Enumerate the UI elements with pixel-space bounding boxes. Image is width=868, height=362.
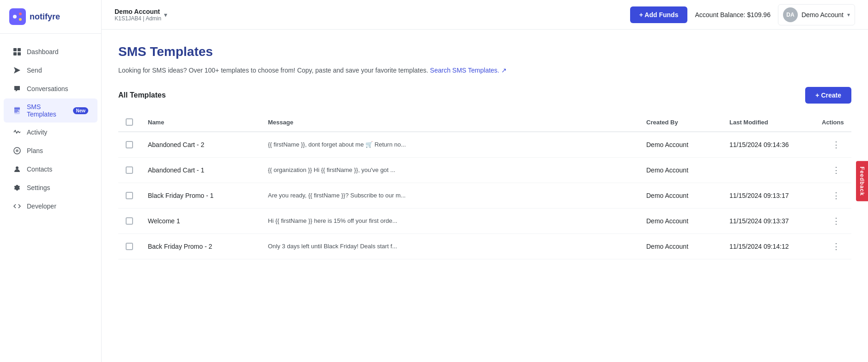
chevron-down-icon: ▾	[847, 12, 850, 18]
sidebar-item-label: Send	[27, 67, 42, 74]
row-actions-button[interactable]: ⋮	[828, 215, 844, 227]
row-name: Abandoned Cart - 1	[140, 158, 261, 183]
svg-rect-6	[13, 52, 17, 55]
header-created-by: Created By	[639, 113, 722, 132]
grid-icon	[13, 48, 21, 56]
chat-icon	[13, 85, 21, 93]
svg-rect-5	[18, 48, 21, 51]
account-switcher[interactable]: Demo Account K1S1JAB4 | Admin ▾	[115, 8, 167, 22]
sidebar-item-sms-templates[interactable]: SMS Templates New	[4, 98, 97, 123]
user-menu-button[interactable]: DA Demo Account ▾	[778, 4, 855, 25]
settings-icon	[13, 184, 21, 192]
row-actions-button[interactable]: ⋮	[828, 139, 844, 151]
header-name: Name	[140, 113, 261, 132]
header-last-modified: Last Modified	[722, 113, 814, 132]
row-last-modified: 11/15/2024 09:14:12	[722, 234, 814, 259]
row-checkbox[interactable]	[126, 166, 133, 174]
page-content: SMS Templates Looking for SMS ideas? Ove…	[102, 30, 868, 362]
templates-table: Name Message Created By Last Modified Ac…	[118, 113, 851, 259]
row-checkbox[interactable]	[126, 243, 133, 250]
row-actions-cell: ⋮	[814, 234, 851, 259]
svg-point-12	[16, 166, 18, 169]
row-checkbox-cell	[118, 209, 140, 234]
svg-point-11	[16, 149, 18, 152]
svg-rect-7	[18, 52, 21, 55]
avatar: DA	[783, 7, 798, 22]
row-created-by: Demo Account	[639, 234, 722, 259]
row-checkbox-cell	[118, 132, 140, 158]
doc-icon	[13, 106, 21, 115]
sidebar-item-activity[interactable]: Activity	[4, 123, 97, 141]
row-created-by: Demo Account	[639, 158, 722, 183]
search-sms-templates-link[interactable]: Search SMS Templates. ↗	[430, 67, 507, 74]
row-created-by: Demo Account	[639, 209, 722, 234]
feedback-tab[interactable]: Feedback	[856, 161, 868, 201]
row-last-modified: 11/15/2024 09:13:37	[722, 209, 814, 234]
activity-icon	[13, 128, 21, 136]
sidebar-item-dashboard[interactable]: Dashboard	[4, 43, 97, 61]
sidebar-item-contacts[interactable]: Contacts	[4, 160, 97, 178]
row-message: Are you ready, {{ firstName }}? Subscrib…	[261, 183, 639, 209]
row-actions-cell: ⋮	[814, 209, 851, 234]
contacts-icon	[13, 165, 21, 173]
account-balance: Account Balance: $109.96	[695, 11, 770, 18]
sidebar: notifyre Dashboard Send Conversations	[0, 0, 102, 362]
table-row: Abandoned Cart - 1 {{ organization }} Hi…	[118, 158, 851, 183]
row-checkbox[interactable]	[126, 192, 133, 199]
header-message: Message	[261, 113, 639, 132]
sidebar-navigation: Dashboard Send Conversations SMS Templat…	[0, 34, 101, 224]
row-actions-button[interactable]: ⋮	[828, 190, 844, 202]
row-message: {{ organization }} Hi {{ firstName }}, y…	[261, 158, 639, 183]
add-funds-button[interactable]: + Add Funds	[630, 6, 688, 23]
row-actions-cell: ⋮	[814, 132, 851, 158]
row-name: Black Friday Promo - 1	[140, 183, 261, 209]
row-checkbox[interactable]	[126, 217, 133, 225]
sidebar-item-send[interactable]: Send	[4, 61, 97, 79]
top-header: Demo Account K1S1JAB4 | Admin ▾ + Add Fu…	[102, 0, 868, 30]
user-name: Demo Account	[801, 11, 844, 18]
sidebar-item-plans[interactable]: Plans	[4, 142, 97, 160]
row-created-by: Demo Account	[639, 183, 722, 209]
logo-text: notifyre	[30, 12, 60, 22]
notifyre-logo	[9, 8, 26, 25]
table-row: Welcome 1 Hi {{ firstName }} here is 15%…	[118, 209, 851, 234]
create-template-button[interactable]: + Create	[805, 87, 851, 104]
svg-rect-0	[9, 8, 26, 25]
row-last-modified: 11/15/2024 09:13:17	[722, 183, 814, 209]
sidebar-item-label: Dashboard	[27, 48, 59, 55]
page-description: Looking for SMS ideas? Over 100+ templat…	[118, 67, 851, 74]
row-last-modified: 11/15/2024 09:14:36	[722, 132, 814, 158]
dev-icon	[13, 202, 21, 210]
sidebar-item-label: Developer	[27, 202, 56, 210]
plans-icon	[13, 147, 21, 155]
page-title: SMS Templates	[118, 44, 851, 59]
row-message: Hi {{ firstName }} here is 15% off your …	[261, 209, 639, 234]
sidebar-item-developer[interactable]: Developer	[4, 197, 97, 215]
table-row: Abandoned Cart - 2 {{ firstName }}, dont…	[118, 132, 851, 158]
table-header: Name Message Created By Last Modified Ac…	[118, 113, 851, 132]
sidebar-item-label: Contacts	[27, 166, 52, 173]
send-icon	[13, 66, 21, 74]
templates-header: All Templates + Create	[118, 87, 851, 104]
row-created-by: Demo Account	[639, 132, 722, 158]
row-actions-cell: ⋮	[814, 158, 851, 183]
all-templates-title: All Templates	[118, 91, 166, 99]
row-actions-cell: ⋮	[814, 183, 851, 209]
table-row: Black Friday Promo - 1 Are you ready, {{…	[118, 183, 851, 209]
row-checkbox-cell	[118, 234, 140, 259]
sidebar-item-conversations[interactable]: Conversations	[4, 80, 97, 98]
row-actions-button[interactable]: ⋮	[828, 164, 844, 176]
table-body: Abandoned Cart - 2 {{ firstName }}, dont…	[118, 132, 851, 259]
row-checkbox-cell	[118, 158, 140, 183]
row-name: Welcome 1	[140, 209, 261, 234]
row-checkbox[interactable]	[126, 141, 133, 148]
header-checkbox-col	[118, 113, 140, 132]
row-actions-button[interactable]: ⋮	[828, 240, 844, 252]
header-account-name: Demo Account	[115, 8, 161, 15]
svg-point-1	[13, 15, 17, 18]
row-last-modified	[722, 158, 814, 183]
select-all-checkbox[interactable]	[126, 118, 133, 126]
external-link-icon: ↗	[501, 67, 507, 74]
sidebar-item-settings[interactable]: Settings	[4, 179, 97, 196]
table-row: Back Friday Promo - 2 Only 3 days left u…	[118, 234, 851, 259]
